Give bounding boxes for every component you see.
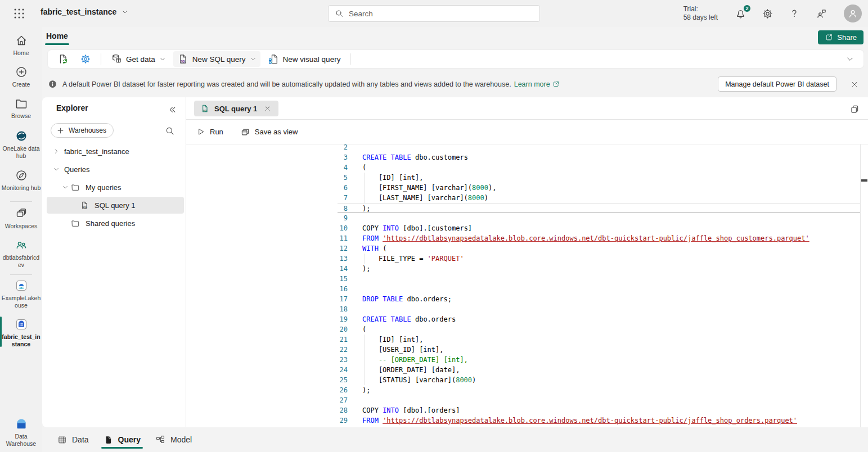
code-line-24[interactable]: 24 [ORDER_DATE] [date], <box>338 365 861 375</box>
avatar[interactable] <box>844 4 862 22</box>
code-line-27[interactable]: 27 <box>338 395 861 405</box>
collapse-ribbon-button[interactable] <box>842 51 858 67</box>
code-line-2[interactable]: 2 <box>338 144 861 152</box>
code-line-15[interactable]: 15 <box>338 274 861 284</box>
workspace-switcher[interactable]: fabric_test_instance <box>41 7 129 16</box>
tree-item-label: My queries <box>86 183 122 192</box>
banner-close-button[interactable] <box>848 78 861 91</box>
app-launcher-button[interactable] <box>12 7 26 20</box>
line-number: 7 <box>338 193 348 203</box>
code-line-21[interactable]: 21 [ID] [int], <box>338 335 861 345</box>
code-line-6[interactable]: 6 [FIRST_NAME] [varchar](8000), <box>338 183 861 193</box>
rail-item-label: Monitoring hub <box>2 184 41 192</box>
code-token: DROP <box>362 295 379 303</box>
code-token: INTO <box>383 406 399 414</box>
code-line-9[interactable]: 9 <box>338 213 861 223</box>
tree-item-sql-query-1[interactable]: SQLSQL query 1 <box>42 196 186 214</box>
learn-more-link[interactable]: Learn more <box>514 80 560 88</box>
tab-close-button[interactable] <box>262 103 272 114</box>
code-line-7[interactable]: 7 [LAST_NAME] [varchar](8000) <box>338 193 861 203</box>
code-token: [LAST_NAME] [varchar]( <box>362 194 468 202</box>
code-line-10[interactable]: 10COPY INTO [dbo].[customers] <box>338 223 861 233</box>
rail-item-create[interactable]: Create <box>0 65 42 88</box>
info-icon <box>48 79 57 89</box>
code-line-12[interactable]: 12WITH ( <box>338 243 861 254</box>
code-line-25[interactable]: 25 [STATUS] [varchar](8000) <box>338 375 861 385</box>
view-tab-model[interactable]: Model <box>153 430 194 450</box>
run-button[interactable]: Run <box>196 127 223 137</box>
code-line-3[interactable]: 3CREATE TABLE dbo.customers <box>338 152 861 162</box>
feedback-button[interactable] <box>812 4 830 22</box>
share-button[interactable]: Share <box>818 30 863 44</box>
rail-item-dbtlabsfabricdev[interactable]: dbtlabsfabricdev <box>0 238 42 269</box>
chevron-down-icon[interactable] <box>62 184 69 191</box>
manage-default-dataset-button[interactable]: Manage default Power BI dataset <box>718 76 836 92</box>
code-line-11[interactable]: 11FROM 'https://dbtlabsynapsedatalake.bl… <box>338 233 861 243</box>
rail-item-examplelakehouse[interactable]: ExampleLakehouse <box>0 279 42 309</box>
create-icon <box>15 65 28 79</box>
tree-item-label: SQL query 1 <box>95 201 136 210</box>
tree-item-fabric_test_instance[interactable]: fabric_test_instance <box>42 142 186 160</box>
tab-sql-query-1[interactable]: SQL SQL query 1 <box>194 101 278 116</box>
line-number: 22 <box>338 345 348 355</box>
code-line-13[interactable]: 13 FILE_TYPE = 'PARQUET' <box>338 254 861 264</box>
settings-toolbar-button[interactable] <box>76 51 95 67</box>
save-as-view-button[interactable]: Save as view <box>240 127 298 137</box>
search-input[interactable] <box>328 5 540 22</box>
code-line-26[interactable]: 26); <box>338 385 861 395</box>
code-token <box>386 153 390 161</box>
code-line-16[interactable]: 16 <box>338 284 861 294</box>
get-data-button[interactable]: Get data <box>107 51 170 67</box>
code-line-28[interactable]: 28COPY INTO [dbo].[orders] <box>338 405 861 415</box>
code-line-20[interactable]: 20( <box>338 324 861 335</box>
explorer-search-button[interactable] <box>165 125 177 137</box>
add-warehouses-button[interactable]: Warehouses <box>51 123 114 138</box>
code-token: TABLE <box>391 153 411 161</box>
rail-item-monitoring[interactable]: Monitoring hub <box>0 169 42 192</box>
code-line-14[interactable]: 14); <box>338 264 861 274</box>
chevron-right-icon[interactable] <box>53 148 60 155</box>
code-line-8[interactable]: 8); <box>338 203 861 213</box>
code-token: [dbo].[customers] <box>399 224 472 232</box>
code-token: ) <box>472 376 476 384</box>
rail-item-data-warehouse[interactable]: Data Warehouse <box>0 417 42 448</box>
new-visual-query-button[interactable]: New visual query <box>264 51 345 67</box>
tab-home[interactable]: Home <box>45 30 69 42</box>
code-line-4[interactable]: 4( <box>338 162 861 173</box>
code-line-5[interactable]: 5 [ID] [int], <box>338 173 861 183</box>
chevron-down-icon[interactable] <box>53 166 60 173</box>
collapse-explorer-button[interactable] <box>167 104 178 115</box>
refresh-dataset-button[interactable] <box>53 51 73 67</box>
code-line-23[interactable]: 23 -- [ORDER_DATE] [int], <box>338 355 861 365</box>
code-line-29[interactable]: 29FROM 'https://dbtlabsynapsedatalake.bl… <box>338 415 861 426</box>
view-tab-label: Data <box>72 435 89 444</box>
settings-button[interactable] <box>758 4 776 22</box>
line-number: 19 <box>338 314 348 324</box>
sql-code-editor[interactable]: 23CREATE TABLE dbo.customers4(5 [ID] [in… <box>338 144 861 427</box>
tree-item-my-queries[interactable]: My queries <box>42 178 186 196</box>
rail-item-fabric-test-instance[interactable]: fabric_test_instance <box>0 318 42 348</box>
code-line-17[interactable]: 17DROP TABLE dbo.orders; <box>338 294 861 304</box>
rail-item-workspaces[interactable]: Workspaces <box>0 207 42 230</box>
new-sql-query-button[interactable]: SQL New SQL query <box>173 51 260 67</box>
onelake-icon <box>15 129 28 143</box>
notifications-button[interactable]: 2 <box>731 4 749 22</box>
code-line-18[interactable]: 18 <box>338 304 861 314</box>
tree-item-shared-queries[interactable]: Shared queries <box>42 214 186 232</box>
info-banner: A default Power BI dataset for faster re… <box>42 71 868 97</box>
rail-item-label: ExampleLakehouse <box>2 295 41 309</box>
line-number: 29 <box>338 415 348 426</box>
view-tab-data[interactable]: Data <box>55 430 91 450</box>
view-tab-query[interactable]: Query <box>101 430 143 450</box>
rail-item-home[interactable]: Home <box>0 34 42 57</box>
tree-item-queries[interactable]: Queries <box>42 160 186 178</box>
editor-scrollbar[interactable] <box>860 144 861 427</box>
code-line-22[interactable]: 22 [USER_ID] [int], <box>338 345 861 355</box>
line-number: 16 <box>338 284 348 294</box>
copy-button[interactable] <box>849 103 861 115</box>
rail-item-browse[interactable]: Browse <box>0 97 42 120</box>
help-button[interactable] <box>785 4 803 22</box>
code-line-19[interactable]: 19CREATE TABLE dbo.orders <box>338 314 861 324</box>
rail-item-onelake[interactable]: OneLake data hub <box>0 129 42 160</box>
view-tab-label: Model <box>170 435 192 444</box>
